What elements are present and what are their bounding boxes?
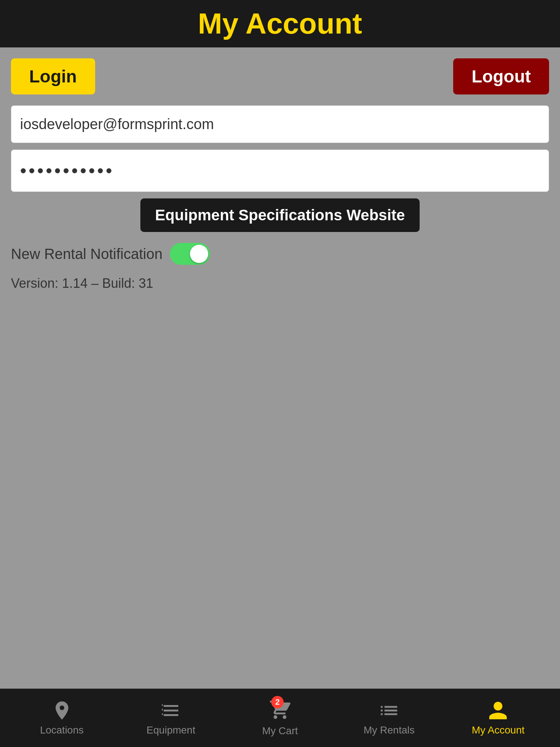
version-text: Version: 1.14 – Build: 31 [11,276,549,291]
email-field[interactable] [11,105,549,143]
content-area: Login Logout Equipment Specifications We… [0,47,560,689]
nav-item-my-cart[interactable]: 2 My Cart [225,699,334,737]
notification-label: New Rental Notification [11,246,163,262]
nav-item-locations[interactable]: Locations [7,700,116,736]
header: My Account [0,0,560,47]
password-field[interactable] [11,150,549,192]
nav-label-my-account: My Account [472,724,525,736]
cart-wrapper: 2 [269,699,291,722]
buttons-row: Login Logout [11,58,549,94]
nav-label-equipment: Equipment [147,724,195,736]
account-icon [487,700,509,721]
equipment-icon [160,700,182,721]
svg-rect-2 [162,713,163,715]
nav-item-my-rentals[interactable]: My Rentals [335,700,444,736]
bottom-nav: Locations Equipment 2 My Cart My Rentals [0,689,560,747]
svg-rect-1 [162,709,163,711]
equipment-spec-button[interactable]: Equipment Specifications Website [140,198,419,232]
nav-label-locations: Locations [40,724,84,736]
nav-label-my-rentals: My Rentals [363,724,415,736]
login-button[interactable]: Login [11,58,95,94]
nav-item-equipment[interactable]: Equipment [116,700,225,736]
logout-button[interactable]: Logout [453,58,549,94]
toggle-thumb [190,245,208,263]
page-title: My Account [198,7,362,40]
notification-toggle[interactable] [170,243,210,265]
svg-rect-0 [162,704,163,706]
rentals-icon [378,700,400,721]
location-icon [51,700,73,721]
nav-label-my-cart: My Cart [262,725,298,737]
nav-item-my-account[interactable]: My Account [444,700,553,736]
notification-row: New Rental Notification [11,243,549,265]
cart-badge: 2 [271,696,284,708]
